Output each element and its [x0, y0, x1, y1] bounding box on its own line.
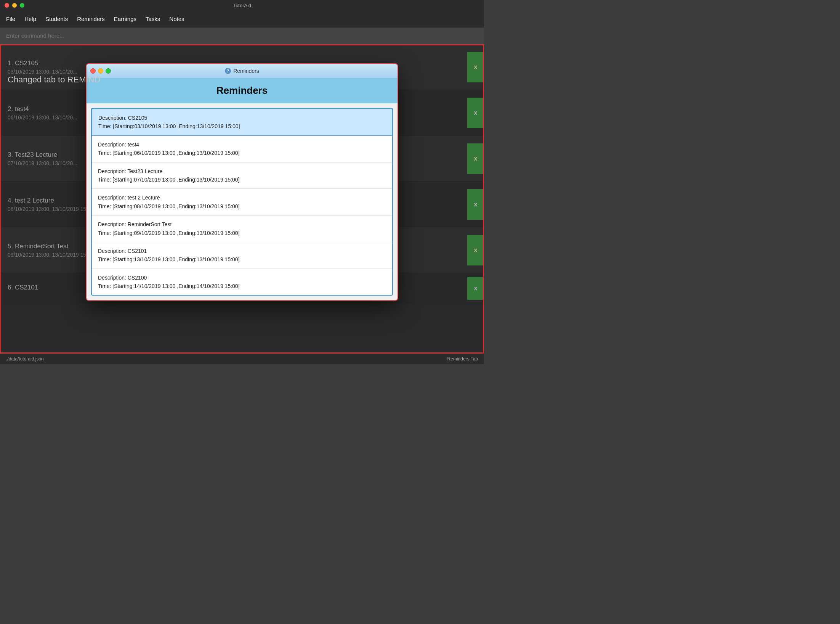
status-bar-left: ./data/tutoraid.json: [6, 356, 44, 362]
menu-earnings[interactable]: Earnings: [114, 16, 136, 22]
maximize-button[interactable]: [20, 3, 24, 8]
dialog-reminder-desc-3: Description: Test23 Lecture: [98, 167, 386, 175]
dialog-reminder-time-7: Time: [Starting:14/10/2019 13:00 ,Ending…: [98, 282, 386, 290]
menu-bar: File Help Students Reminders Earnings Ta…: [0, 11, 484, 27]
menu-tasks[interactable]: Tasks: [146, 16, 160, 22]
title-bar: TutorAid: [0, 0, 484, 11]
main-content: 1. CS2105 03/10/2019 13:00, 13/10/20... …: [0, 44, 484, 354]
dialog-title-bar: ? Reminders: [87, 64, 398, 78]
dialog-reminder-item-2[interactable]: Description: test4 Time: [Starting:06/10…: [92, 136, 392, 162]
dialog-reminder-item-5[interactable]: Description: ReminderSort Test Time: [St…: [92, 216, 392, 242]
minimize-button[interactable]: [12, 3, 17, 8]
close-button[interactable]: [5, 3, 9, 8]
status-bar: ./data/tutoraid.json Reminders Tab: [0, 354, 484, 364]
command-input[interactable]: [6, 32, 478, 39]
dialog-reminder-desc-5: Description: ReminderSort Test: [98, 220, 386, 228]
menu-help[interactable]: Help: [24, 16, 36, 22]
dialog-reminder-time-3: Time: [Starting:07/10/2019 13:00 ,Ending…: [98, 175, 386, 184]
dialog-reminder-item-7[interactable]: Description: CS2100 Time: [Starting:14/1…: [92, 269, 392, 295]
dialog-reminder-item-3[interactable]: Description: Test23 Lecture Time: [Start…: [92, 162, 392, 189]
dialog-header: Reminders: [87, 78, 398, 103]
dialog-title: ? Reminders: [225, 68, 259, 74]
status-bar-right: Reminders Tab: [447, 356, 478, 362]
window-controls: [5, 3, 24, 8]
dialog-reminder-time-6: Time: [Starting:13/10/2019 13:00 ,Ending…: [98, 255, 386, 264]
dialog-reminder-desc-6: Description: CS2101: [98, 247, 386, 255]
dialog-maximize-button[interactable]: [106, 68, 111, 74]
dialog-reminder-desc-7: Description: CS2100: [98, 273, 386, 282]
dialog-reminder-desc-4: Description: test 2 Lecture: [98, 193, 386, 202]
dialog-minimize-button[interactable]: [98, 68, 103, 74]
dialog-content[interactable]: Description: CS2105 Time: [Starting:03/1…: [91, 108, 393, 296]
dialog-reminder-time-2: Time: [Starting:06/10/2019 13:00 ,Ending…: [98, 149, 386, 157]
menu-notes[interactable]: Notes: [169, 16, 184, 22]
reminders-dialog: ? Reminders Reminders Description: CS210…: [86, 63, 398, 301]
menu-file[interactable]: File: [6, 16, 15, 22]
dialog-reminder-desc-2: Description: test4: [98, 140, 386, 149]
dialog-close-button[interactable]: [90, 68, 96, 74]
menu-reminders[interactable]: Reminders: [77, 16, 105, 22]
dialog-reminder-time-5: Time: [Starting:09/10/2019 13:00 ,Ending…: [98, 229, 386, 237]
menu-students[interactable]: Students: [45, 16, 68, 22]
dialog-reminder-time-1: Time: [Starting:03/10/2019 13:00 ,Ending…: [98, 122, 386, 130]
dialog-reminder-item-4[interactable]: Description: test 2 Lecture Time: [Start…: [92, 189, 392, 216]
dialog-reminder-item-6[interactable]: Description: CS2101 Time: [Starting:13/1…: [92, 242, 392, 269]
command-bar: [0, 27, 484, 44]
help-icon[interactable]: ?: [225, 68, 231, 74]
dialog-reminder-desc-1: Description: CS2105: [98, 114, 386, 122]
dialog-window-controls: [90, 68, 111, 74]
dialog-heading: Reminders: [93, 85, 391, 96]
dialog-reminder-item-1[interactable]: Description: CS2105 Time: [Starting:03/1…: [92, 109, 392, 136]
dialog-reminder-time-4: Time: [Starting:08/10/2019 13:00 ,Ending…: [98, 202, 386, 211]
changed-tab-label: Changed tab to REMIND: [8, 75, 100, 85]
app-title: TutorAid: [233, 3, 252, 8]
